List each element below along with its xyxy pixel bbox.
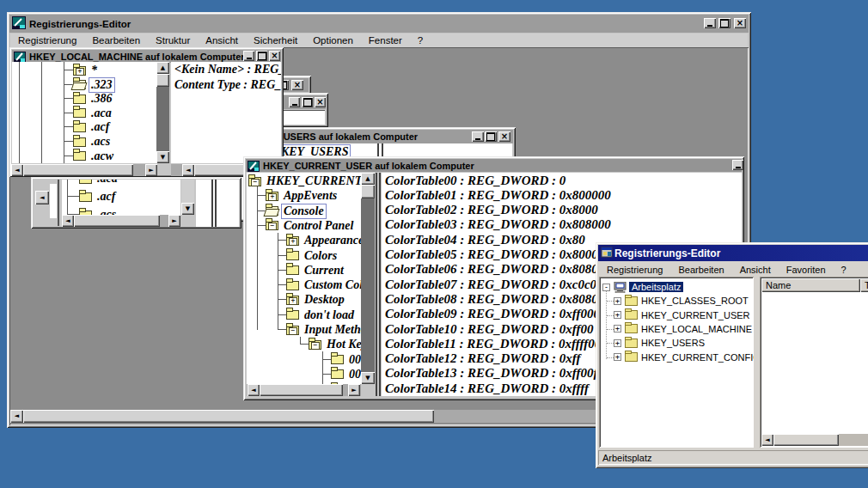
value-row[interactable]: ColorTable08 : REG_DWORD : 0x808080 xyxy=(385,292,611,306)
hklm-minimize-button[interactable] xyxy=(243,51,254,61)
expand-box-icon[interactable]: + xyxy=(614,297,621,305)
hklm-maximize-button[interactable] xyxy=(256,51,267,61)
scroll-down-arrow-icon[interactable]: ▼ xyxy=(156,151,169,163)
main-minimize-button[interactable] xyxy=(704,18,716,28)
value-row[interactable]: ColorTable12 : REG_DWORD : 0xff xyxy=(385,352,581,366)
menu-item-ansicht[interactable]: Ansicht xyxy=(732,263,779,277)
regedit-titlebar[interactable]: Registrierungs-Editor xyxy=(598,245,868,261)
expand-badge-icon[interactable]: + xyxy=(289,297,297,305)
column-header-name[interactable]: Name xyxy=(761,278,860,292)
menu-item-bearbeiten[interactable]: Bearbeiten xyxy=(84,34,148,47)
tree-row[interactable]: −HKEY_CURRENT_USER xyxy=(248,174,361,188)
tree-row[interactable]: Custom Colors xyxy=(286,278,361,292)
scroll-left-arrow-icon[interactable]: ◄ xyxy=(62,215,74,227)
hkcu-tree-h-scrollbar[interactable]: ◄ ► xyxy=(247,384,361,396)
collapse-badge-icon[interactable]: − xyxy=(289,327,297,335)
scroll-left-arrow-icon[interactable]: ◄ xyxy=(11,164,23,176)
collapse-badge-icon[interactable]: − xyxy=(268,223,277,230)
h-scroll-thumb[interactable] xyxy=(74,215,160,227)
scroll-left-arrow-icon[interactable]: ◄ xyxy=(35,191,49,204)
users-close-button[interactable]: × xyxy=(498,131,510,142)
value-row[interactable]: ColorTable10 : REG_DWORD : 0xff00 xyxy=(385,322,594,336)
value-row[interactable]: ColorTable14 : REG_DWORD : 0xffff xyxy=(385,381,589,395)
scroll-right-arrow-icon[interactable]: ► xyxy=(145,164,157,176)
expand-badge-icon[interactable]: + xyxy=(289,238,297,246)
scroll-down-arrow-icon[interactable]: ▼ xyxy=(361,372,375,384)
expand-box-icon[interactable]: + xyxy=(614,325,621,332)
value-row[interactable]: ColorTable13 : REG_DWORD : 0xff00ff xyxy=(385,367,602,381)
tree-row[interactable]: don't load xyxy=(286,308,356,322)
expand-badge-icon[interactable]: + xyxy=(76,68,84,76)
frag-b-close-button[interactable]: × xyxy=(315,97,326,107)
tree-row[interactable]: .aca xyxy=(73,107,113,120)
expand-badge-icon[interactable]: + xyxy=(268,193,277,201)
hklm-v-scroll-thumb[interactable] xyxy=(156,74,169,87)
value-row[interactable]: ColorTable03 : REG_DWORD : 0x808000 xyxy=(385,218,611,232)
expand-box-icon[interactable]: + xyxy=(614,353,621,361)
main-titlebar[interactable]: Registrierungs-Editor xyxy=(9,15,749,33)
tree-row[interactable]: 0000 xyxy=(331,353,361,367)
main-h-scroll-thumb[interactable] xyxy=(23,410,434,423)
tree-row-hkey_current_config[interactable]: +HKEY_CURRENT_CONFIG xyxy=(614,351,754,364)
hklm-titlebar[interactable]: HKEY_LOCAL_MACHINE auf lokalem Computer xyxy=(12,50,281,63)
value-row[interactable]: ColorTable01 : REG_DWORD : 0x800000 xyxy=(385,188,611,202)
hkcu-titlebar[interactable]: HKEY_CURRENT_USER auf lokalem Computer xyxy=(246,159,742,172)
scroll-up-arrow-icon[interactable]: ▲ xyxy=(361,173,375,185)
scroll-right-arrow-icon[interactable]: ► xyxy=(168,215,180,227)
main-close-button[interactable]: × xyxy=(734,18,746,28)
scroll-up-arrow-icon[interactable]: ▲ xyxy=(156,62,169,74)
scroll-left-arrow-icon[interactable]: ◄ xyxy=(182,164,194,176)
menu-item-struktur[interactable]: Struktur xyxy=(148,34,198,47)
menu-item-ansicht[interactable]: Ansicht xyxy=(198,34,246,47)
value-row[interactable]: ColorTable06 : REG_DWORD : 0x8080 xyxy=(385,263,598,277)
tree-row[interactable]: .acs xyxy=(73,135,112,149)
tree-row[interactable]: .386 xyxy=(73,92,114,106)
menu-item-favoriten[interactable]: Favoriten xyxy=(779,263,834,277)
users-minimize-button[interactable] xyxy=(472,131,484,142)
tree-row[interactable]: +* xyxy=(73,64,99,77)
tree-row[interactable]: 0001 xyxy=(331,368,361,381)
h-scroll-thumb[interactable] xyxy=(773,434,839,446)
value-row[interactable]: <Kein Name> : REG_ xyxy=(174,63,281,76)
hkcu-v-scroll-thumb[interactable] xyxy=(361,185,375,198)
tree-row[interactable]: Colors xyxy=(286,249,339,263)
frag-b-maximize-button[interactable] xyxy=(302,97,313,107)
tree-row[interactable]: .acf xyxy=(79,190,117,204)
frag-c-h-scrollbar[interactable]: ◄ ► xyxy=(62,215,180,227)
tree-row[interactable]: +Desktop xyxy=(286,293,346,307)
regedit-list-h-scrollbar[interactable]: ◄ xyxy=(761,434,868,446)
frag-a-close-button[interactable]: × xyxy=(291,80,303,90)
h-scroll-thumb[interactable] xyxy=(23,164,133,176)
hkcu-v-scrollbar[interactable]: ▲ ▼ xyxy=(361,173,375,384)
value-row[interactable]: Content Type : REG_ xyxy=(174,78,281,92)
value-row[interactable]: ColorTable05 : REG_DWORD : 0x800080 xyxy=(385,248,611,262)
tree-row[interactable]: .acs xyxy=(79,208,118,215)
tree-row-hkey_local_machine[interactable]: +HKEY_LOCAL_MACHINE xyxy=(614,322,752,336)
tree-row[interactable]: .aca xyxy=(79,180,119,186)
tree-row[interactable]: .323 xyxy=(73,78,114,92)
scroll-right-arrow-icon[interactable]: ► xyxy=(348,384,360,396)
hklm-v-scrollbar[interactable]: ▲ ▼ xyxy=(156,62,169,163)
tree-row[interactable]: +Appearance xyxy=(286,234,361,247)
hkcu-minimize-button[interactable] xyxy=(732,160,743,170)
menu-item-?[interactable]: ? xyxy=(834,263,854,277)
main-maximize-button[interactable] xyxy=(718,18,730,28)
expand-box-icon[interactable]: + xyxy=(614,339,621,347)
collapse-badge-icon[interactable]: − xyxy=(311,342,320,350)
tree-row[interactable]: −Hot Keys xyxy=(309,338,361,351)
users-maximize-button[interactable] xyxy=(485,131,497,142)
tree-row[interactable]: +AppEvents xyxy=(266,189,339,203)
scroll-left-arrow-icon[interactable]: ◄ xyxy=(10,410,23,423)
column-header-typ[interactable]: Typ xyxy=(860,278,868,292)
menu-item-optionen[interactable]: Optionen xyxy=(305,34,361,47)
collapse-badge-icon[interactable]: − xyxy=(251,179,260,186)
scroll-down-arrow-icon[interactable]: ▼ xyxy=(181,203,194,215)
menu-item-registrierung[interactable]: Registrierung xyxy=(599,263,670,277)
h-scroll-thumb[interactable] xyxy=(260,384,343,396)
value-row[interactable]: ColorTable07 : REG_DWORD : 0xc0c0c0 xyxy=(385,278,608,291)
menu-item-?[interactable]: ? xyxy=(410,34,431,47)
scroll-left-arrow-icon[interactable]: ◄ xyxy=(761,434,773,446)
value-row[interactable]: ColorTable00 : REG_DWORD : 0 xyxy=(385,174,565,187)
tree-row[interactable]: −Control Panel xyxy=(266,219,355,233)
hklm-close-button[interactable]: × xyxy=(269,51,280,61)
